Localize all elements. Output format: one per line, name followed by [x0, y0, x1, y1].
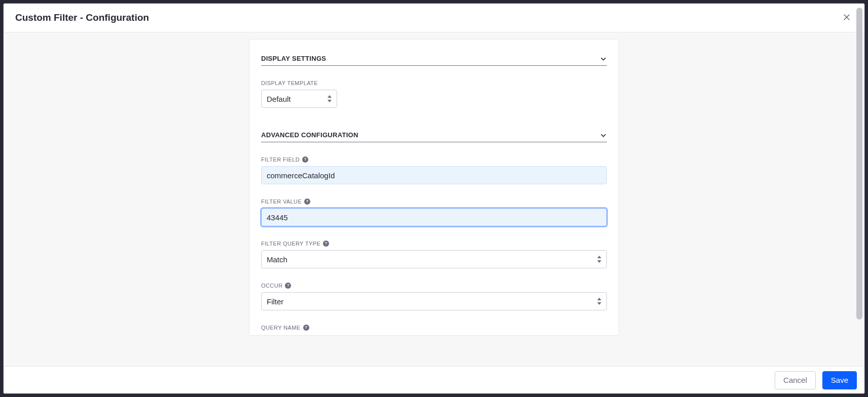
occur-group: OCCUR ? Filter	[261, 283, 607, 310]
occur-select[interactable]: Filter	[261, 292, 607, 310]
query-name-label: QUERY NAME ?	[261, 325, 607, 331]
modal-body: DISPLAY SETTINGS DISPLAY TEMPLATE Defaul…	[4, 32, 864, 366]
advanced-configuration-header[interactable]: ADVANCED CONFIGURATION	[261, 131, 607, 142]
config-card: DISPLAY SETTINGS DISPLAY TEMPLATE Defaul…	[249, 39, 619, 336]
filter-field-input[interactable]	[261, 166, 607, 184]
modal-title: Custom Filter - Configuration	[15, 12, 149, 23]
display-settings-header[interactable]: DISPLAY SETTINGS	[261, 55, 607, 66]
filter-field-group: FILTER FIELD ?	[261, 156, 607, 184]
help-icon[interactable]: ?	[302, 156, 308, 163]
modal-footer: Cancel Save	[4, 366, 864, 393]
query-name-group: QUERY NAME ?	[261, 325, 607, 331]
cancel-button[interactable]: Cancel	[775, 371, 816, 389]
save-button[interactable]: Save	[822, 371, 857, 389]
advanced-configuration-title: ADVANCED CONFIGURATION	[261, 131, 358, 139]
filter-value-input[interactable]	[261, 208, 607, 226]
filter-query-type-select[interactable]: Match	[261, 250, 607, 268]
filter-query-type-group: FILTER QUERY TYPE ? Match	[261, 241, 607, 268]
filter-query-type-label: FILTER QUERY TYPE ?	[261, 241, 607, 247]
chevron-down-icon	[600, 132, 607, 139]
display-template-select[interactable]: Default	[261, 90, 337, 108]
display-template-label: DISPLAY TEMPLATE	[261, 80, 607, 86]
scrollbar-thumb[interactable]	[856, 8, 862, 320]
display-template-group: DISPLAY TEMPLATE Default	[261, 80, 607, 108]
help-icon[interactable]: ?	[323, 241, 329, 247]
help-icon[interactable]: ?	[303, 325, 309, 331]
close-icon	[843, 14, 850, 21]
modal-header: Custom Filter - Configuration	[4, 4, 864, 32]
help-icon[interactable]: ?	[285, 283, 291, 289]
display-settings-section: DISPLAY SETTINGS DISPLAY TEMPLATE Defaul…	[261, 55, 607, 108]
filter-value-group: FILTER VALUE ?	[261, 198, 607, 226]
close-button[interactable]	[841, 12, 853, 24]
config-modal: Custom Filter - Configuration DISPLAY SE…	[3, 3, 865, 394]
filter-field-label: FILTER FIELD ?	[261, 156, 607, 163]
chevron-down-icon	[600, 55, 607, 62]
help-icon[interactable]: ?	[304, 198, 310, 205]
scrollbar[interactable]	[856, 8, 862, 362]
display-settings-title: DISPLAY SETTINGS	[261, 55, 326, 62]
advanced-configuration-section: ADVANCED CONFIGURATION FILTER FIELD ? FI…	[261, 131, 607, 331]
occur-label: OCCUR ?	[261, 283, 607, 289]
filter-value-label: FILTER VALUE ?	[261, 198, 607, 205]
